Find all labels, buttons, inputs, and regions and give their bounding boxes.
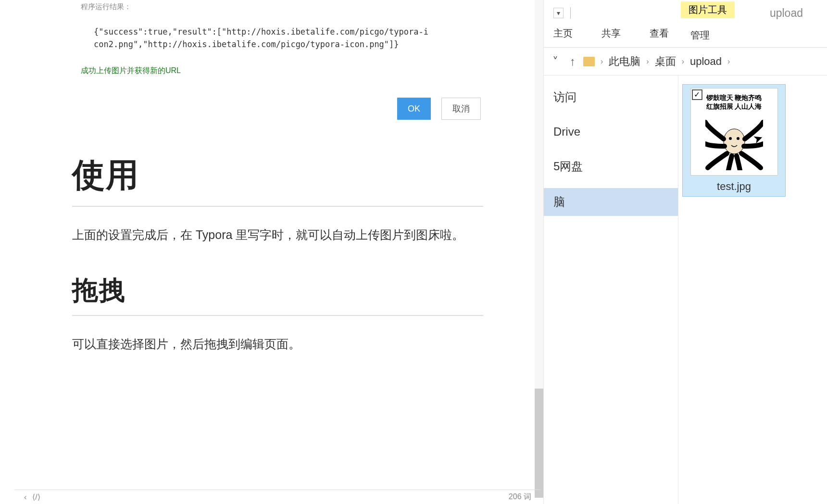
thumbnail-image [705, 117, 763, 170]
result-code: {"success":true,"result":["http://hoxis.… [94, 26, 430, 50]
svg-point-2 [737, 137, 739, 140]
svg-point-0 [724, 129, 745, 154]
file-name[interactable]: test.jpg [686, 180, 782, 193]
ribbon-tab-share[interactable]: 共享 [601, 26, 621, 40]
sidebar-item-netdisk[interactable]: 5网盘 [544, 152, 678, 180]
sidebar-item-drive[interactable]: Drive [544, 119, 678, 145]
ok-button[interactable]: OK [397, 98, 431, 120]
scrollbar-track[interactable] [535, 0, 543, 498]
breadcrumb-desktop[interactable]: 桌面 [655, 54, 676, 69]
editor-content[interactable]: 程序运行结果： {"success":true,"result":["http:… [14, 0, 541, 498]
explorer-body: 访问 Drive 5网盘 脑 ✓ 锣鼓喧天 鞭炮齐鸣 红旗招展 人山人海 [544, 76, 827, 504]
thumbnail-text: 锣鼓喧天 鞭炮齐鸣 红旗招展 人山人海 [691, 93, 777, 111]
typora-editor: 程序运行结果： {"success":true,"result":["http:… [0, 0, 543, 504]
explorer-titlebar: ▾ 图片工具 upload [544, 0, 827, 26]
up-folder-icon[interactable]: ↑ [568, 53, 577, 70]
ribbon-tab-manage[interactable]: 管理 [690, 28, 710, 42]
breadcrumb-sep: › [601, 57, 603, 66]
dialog-buttons: OK 取消 [72, 98, 481, 120]
heading-drag: 拖拽 [72, 273, 483, 316]
result-label: 程序运行结果： [81, 2, 483, 12]
breadcrumb-this-pc[interactable]: 此电脑 [609, 54, 640, 69]
word-count[interactable]: 206 词 [509, 492, 531, 502]
explorer-sidebar: 访问 Drive 5网盘 脑 [544, 76, 678, 504]
heading-usage: 使用 [72, 153, 483, 207]
upload-success-msg: 成功上传图片并获得新的URL [81, 66, 483, 76]
back-icon[interactable]: ‹ [24, 493, 26, 502]
svg-point-1 [729, 137, 732, 140]
sidebar-item-quickaccess[interactable]: 访问 [544, 83, 678, 111]
outline-icon[interactable]: ⟨/⟩ [32, 492, 40, 502]
scrollbar-thumb[interactable] [535, 389, 543, 498]
titlebar-separator [570, 7, 571, 19]
folder-icon [583, 57, 595, 66]
file-item[interactable]: ✓ 锣鼓喧天 鞭炮齐鸣 红旗招展 人山人海 [682, 84, 786, 197]
breadcrumb-upload[interactable]: upload [690, 55, 722, 68]
history-dropdown-icon[interactable]: ˅ [549, 53, 562, 70]
file-list[interactable]: ✓ 锣鼓喧天 鞭炮齐鸣 红旗招展 人山人海 [678, 76, 827, 504]
quick-access-dropdown[interactable]: ▾ [553, 8, 564, 18]
breadcrumb-sep: › [727, 57, 730, 66]
sidebar-item-thispc[interactable]: 脑 [544, 188, 678, 216]
paragraph-1: 上面的设置完成后，在 Typora 里写字时，就可以自动上传图片到图床啦。 [72, 224, 483, 247]
status-bar: ‹ ⟨/⟩ 206 词 [14, 490, 541, 504]
ribbon-tab-home[interactable]: 主页 [553, 26, 573, 40]
file-explorer: ▾ 图片工具 upload 主页 共享 查看 管理 ˅ ↑ › 此电脑 › 桌面… [543, 0, 827, 504]
window-title: upload [770, 7, 803, 20]
address-bar[interactable]: ˅ ↑ › 此电脑 › 桌面 › upload › [544, 48, 827, 76]
ribbon-tabs: 主页 共享 查看 管理 [544, 26, 827, 48]
breadcrumb-sep: › [646, 57, 649, 66]
cancel-button[interactable]: 取消 [441, 98, 481, 120]
file-thumbnail: ✓ 锣鼓喧天 鞭炮齐鸣 红旗招展 人山人海 [690, 88, 778, 176]
breadcrumb-sep: › [682, 57, 684, 66]
ribbon-tab-view[interactable]: 查看 [650, 26, 669, 40]
context-tab-picture-tools[interactable]: 图片工具 [681, 1, 735, 18]
paragraph-2: 可以直接选择图片，然后拖拽到编辑页面。 [72, 333, 483, 356]
